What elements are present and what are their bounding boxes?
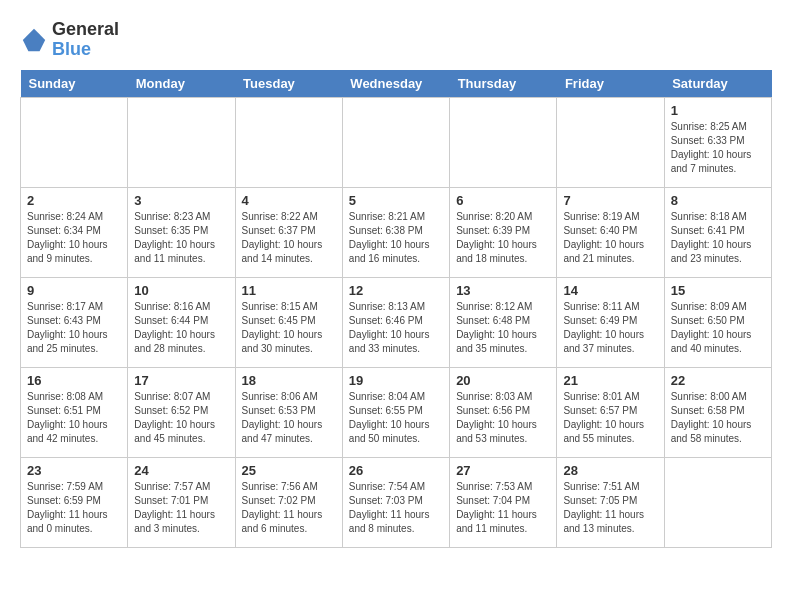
day-info: Sunrise: 8:24 AM Sunset: 6:34 PM Dayligh… bbox=[27, 210, 121, 266]
day-of-week-header: Thursday bbox=[450, 70, 557, 98]
logo: General Blue bbox=[20, 20, 119, 60]
calendar-cell: 14Sunrise: 8:11 AM Sunset: 6:49 PM Dayli… bbox=[557, 277, 664, 367]
calendar-cell: 21Sunrise: 8:01 AM Sunset: 6:57 PM Dayli… bbox=[557, 367, 664, 457]
calendar-cell: 13Sunrise: 8:12 AM Sunset: 6:48 PM Dayli… bbox=[450, 277, 557, 367]
day-info: Sunrise: 7:56 AM Sunset: 7:02 PM Dayligh… bbox=[242, 480, 336, 536]
day-info: Sunrise: 8:18 AM Sunset: 6:41 PM Dayligh… bbox=[671, 210, 765, 266]
day-number: 12 bbox=[349, 283, 443, 298]
day-number: 4 bbox=[242, 193, 336, 208]
day-info: Sunrise: 8:06 AM Sunset: 6:53 PM Dayligh… bbox=[242, 390, 336, 446]
calendar-cell: 23Sunrise: 7:59 AM Sunset: 6:59 PM Dayli… bbox=[21, 457, 128, 547]
day-info: Sunrise: 8:04 AM Sunset: 6:55 PM Dayligh… bbox=[349, 390, 443, 446]
day-number: 7 bbox=[563, 193, 657, 208]
day-number: 19 bbox=[349, 373, 443, 388]
calendar-cell: 27Sunrise: 7:53 AM Sunset: 7:04 PM Dayli… bbox=[450, 457, 557, 547]
page-header: General Blue bbox=[20, 20, 772, 60]
day-info: Sunrise: 8:09 AM Sunset: 6:50 PM Dayligh… bbox=[671, 300, 765, 356]
day-info: Sunrise: 7:53 AM Sunset: 7:04 PM Dayligh… bbox=[456, 480, 550, 536]
calendar-cell bbox=[342, 97, 449, 187]
calendar-cell: 5Sunrise: 8:21 AM Sunset: 6:38 PM Daylig… bbox=[342, 187, 449, 277]
calendar-cell: 22Sunrise: 8:00 AM Sunset: 6:58 PM Dayli… bbox=[664, 367, 771, 457]
calendar-cell: 4Sunrise: 8:22 AM Sunset: 6:37 PM Daylig… bbox=[235, 187, 342, 277]
day-number: 11 bbox=[242, 283, 336, 298]
calendar-cell: 6Sunrise: 8:20 AM Sunset: 6:39 PM Daylig… bbox=[450, 187, 557, 277]
calendar-cell: 2Sunrise: 8:24 AM Sunset: 6:34 PM Daylig… bbox=[21, 187, 128, 277]
day-number: 23 bbox=[27, 463, 121, 478]
day-number: 18 bbox=[242, 373, 336, 388]
day-number: 14 bbox=[563, 283, 657, 298]
day-number: 8 bbox=[671, 193, 765, 208]
day-info: Sunrise: 8:13 AM Sunset: 6:46 PM Dayligh… bbox=[349, 300, 443, 356]
day-info: Sunrise: 8:11 AM Sunset: 6:49 PM Dayligh… bbox=[563, 300, 657, 356]
day-of-week-header: Friday bbox=[557, 70, 664, 98]
calendar-cell: 8Sunrise: 8:18 AM Sunset: 6:41 PM Daylig… bbox=[664, 187, 771, 277]
day-number: 13 bbox=[456, 283, 550, 298]
calendar-cell: 1Sunrise: 8:25 AM Sunset: 6:33 PM Daylig… bbox=[664, 97, 771, 187]
calendar-cell: 11Sunrise: 8:15 AM Sunset: 6:45 PM Dayli… bbox=[235, 277, 342, 367]
calendar-cell: 15Sunrise: 8:09 AM Sunset: 6:50 PM Dayli… bbox=[664, 277, 771, 367]
day-number: 5 bbox=[349, 193, 443, 208]
day-number: 16 bbox=[27, 373, 121, 388]
calendar-cell: 19Sunrise: 8:04 AM Sunset: 6:55 PM Dayli… bbox=[342, 367, 449, 457]
day-number: 28 bbox=[563, 463, 657, 478]
day-info: Sunrise: 8:08 AM Sunset: 6:51 PM Dayligh… bbox=[27, 390, 121, 446]
week-row: 1Sunrise: 8:25 AM Sunset: 6:33 PM Daylig… bbox=[21, 97, 772, 187]
day-number: 20 bbox=[456, 373, 550, 388]
day-info: Sunrise: 8:07 AM Sunset: 6:52 PM Dayligh… bbox=[134, 390, 228, 446]
day-number: 22 bbox=[671, 373, 765, 388]
day-number: 17 bbox=[134, 373, 228, 388]
calendar-cell: 18Sunrise: 8:06 AM Sunset: 6:53 PM Dayli… bbox=[235, 367, 342, 457]
day-info: Sunrise: 8:01 AM Sunset: 6:57 PM Dayligh… bbox=[563, 390, 657, 446]
day-of-week-header: Wednesday bbox=[342, 70, 449, 98]
day-of-week-header: Tuesday bbox=[235, 70, 342, 98]
calendar-cell: 10Sunrise: 8:16 AM Sunset: 6:44 PM Dayli… bbox=[128, 277, 235, 367]
day-info: Sunrise: 8:20 AM Sunset: 6:39 PM Dayligh… bbox=[456, 210, 550, 266]
day-info: Sunrise: 7:59 AM Sunset: 6:59 PM Dayligh… bbox=[27, 480, 121, 536]
day-info: Sunrise: 8:17 AM Sunset: 6:43 PM Dayligh… bbox=[27, 300, 121, 356]
calendar-cell bbox=[664, 457, 771, 547]
calendar-cell: 20Sunrise: 8:03 AM Sunset: 6:56 PM Dayli… bbox=[450, 367, 557, 457]
calendar-cell bbox=[21, 97, 128, 187]
day-info: Sunrise: 8:16 AM Sunset: 6:44 PM Dayligh… bbox=[134, 300, 228, 356]
day-number: 6 bbox=[456, 193, 550, 208]
day-number: 24 bbox=[134, 463, 228, 478]
day-number: 26 bbox=[349, 463, 443, 478]
svg-marker-0 bbox=[23, 29, 45, 51]
calendar-cell: 28Sunrise: 7:51 AM Sunset: 7:05 PM Dayli… bbox=[557, 457, 664, 547]
logo-icon bbox=[20, 26, 48, 54]
week-row: 2Sunrise: 8:24 AM Sunset: 6:34 PM Daylig… bbox=[21, 187, 772, 277]
day-number: 2 bbox=[27, 193, 121, 208]
calendar-cell: 25Sunrise: 7:56 AM Sunset: 7:02 PM Dayli… bbox=[235, 457, 342, 547]
day-number: 15 bbox=[671, 283, 765, 298]
day-number: 21 bbox=[563, 373, 657, 388]
day-info: Sunrise: 7:51 AM Sunset: 7:05 PM Dayligh… bbox=[563, 480, 657, 536]
day-number: 9 bbox=[27, 283, 121, 298]
week-row: 9Sunrise: 8:17 AM Sunset: 6:43 PM Daylig… bbox=[21, 277, 772, 367]
calendar-body: 1Sunrise: 8:25 AM Sunset: 6:33 PM Daylig… bbox=[21, 97, 772, 547]
day-number: 27 bbox=[456, 463, 550, 478]
day-number: 25 bbox=[242, 463, 336, 478]
week-row: 16Sunrise: 8:08 AM Sunset: 6:51 PM Dayli… bbox=[21, 367, 772, 457]
calendar-cell: 3Sunrise: 8:23 AM Sunset: 6:35 PM Daylig… bbox=[128, 187, 235, 277]
day-info: Sunrise: 7:57 AM Sunset: 7:01 PM Dayligh… bbox=[134, 480, 228, 536]
week-row: 23Sunrise: 7:59 AM Sunset: 6:59 PM Dayli… bbox=[21, 457, 772, 547]
calendar-cell bbox=[557, 97, 664, 187]
day-info: Sunrise: 8:23 AM Sunset: 6:35 PM Dayligh… bbox=[134, 210, 228, 266]
day-info: Sunrise: 8:15 AM Sunset: 6:45 PM Dayligh… bbox=[242, 300, 336, 356]
day-info: Sunrise: 8:25 AM Sunset: 6:33 PM Dayligh… bbox=[671, 120, 765, 176]
calendar-cell: 17Sunrise: 8:07 AM Sunset: 6:52 PM Dayli… bbox=[128, 367, 235, 457]
day-info: Sunrise: 8:22 AM Sunset: 6:37 PM Dayligh… bbox=[242, 210, 336, 266]
day-of-week-header: Monday bbox=[128, 70, 235, 98]
day-info: Sunrise: 8:12 AM Sunset: 6:48 PM Dayligh… bbox=[456, 300, 550, 356]
day-of-week-header: Sunday bbox=[21, 70, 128, 98]
calendar-cell: 9Sunrise: 8:17 AM Sunset: 6:43 PM Daylig… bbox=[21, 277, 128, 367]
calendar-cell: 26Sunrise: 7:54 AM Sunset: 7:03 PM Dayli… bbox=[342, 457, 449, 547]
day-info: Sunrise: 8:19 AM Sunset: 6:40 PM Dayligh… bbox=[563, 210, 657, 266]
day-of-week-row: SundayMondayTuesdayWednesdayThursdayFrid… bbox=[21, 70, 772, 98]
day-of-week-header: Saturday bbox=[664, 70, 771, 98]
day-number: 10 bbox=[134, 283, 228, 298]
day-info: Sunrise: 8:03 AM Sunset: 6:56 PM Dayligh… bbox=[456, 390, 550, 446]
calendar-cell bbox=[235, 97, 342, 187]
calendar-cell bbox=[128, 97, 235, 187]
calendar-cell bbox=[450, 97, 557, 187]
